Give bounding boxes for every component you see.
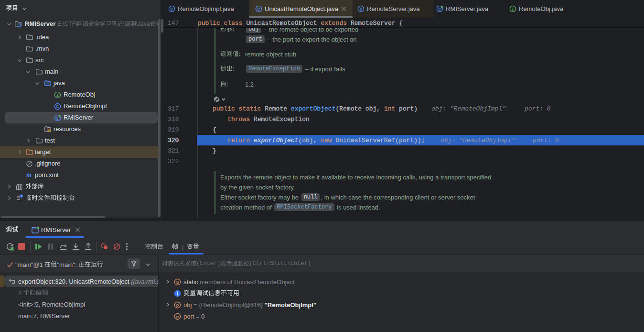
svg-text:I: I (512, 7, 514, 12)
svg-text:C: C (258, 7, 260, 12)
svg-text:C: C (171, 7, 173, 12)
svg-text:I: I (56, 93, 59, 98)
svg-text:C: C (56, 105, 59, 110)
svg-text:C: C (439, 7, 441, 12)
svg-text:C: C (56, 116, 59, 121)
svg-text:p: p (176, 303, 179, 308)
svg-text:S: S (176, 280, 179, 285)
svg-text:C: C (360, 7, 363, 12)
svg-text:p: p (176, 314, 179, 319)
